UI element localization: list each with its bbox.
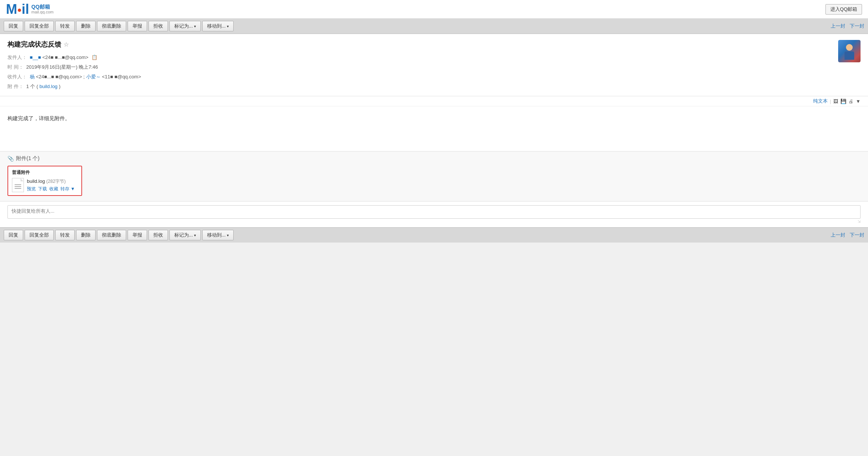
view-icon-save[interactable]: 🖼 bbox=[833, 99, 838, 104]
view-sep: | bbox=[830, 99, 831, 104]
bottom-report-button[interactable]: 举报 bbox=[128, 230, 147, 240]
file-name: build.log bbox=[27, 178, 45, 184]
time-label: 时 间： bbox=[7, 64, 24, 70]
file-line-1 bbox=[15, 184, 21, 185]
email-container: 构建完成状态反馈 ☆ 发件人： ■__■ <24■ ■...■@qq.com> … bbox=[0, 34, 868, 227]
bottom-reply-button[interactable]: 回复 bbox=[4, 230, 23, 240]
time-value: 2019年9月16日(星期一) 晚上7:46 bbox=[26, 64, 98, 70]
bottom-reply-all-button[interactable]: 回复全部 bbox=[25, 230, 54, 240]
email-view-controls: 纯文本 | 🖼 💾 🖨 ▼ bbox=[0, 96, 868, 106]
bottom-next-link[interactable]: 下一封 bbox=[850, 232, 864, 238]
sender-icon[interactable]: 📋 bbox=[91, 54, 97, 60]
email-body-text: 构建完成了，详细见附件。 bbox=[7, 114, 861, 123]
sender-row: 发件人： ■__■ <24■ ■...■@qq.com> 📋 bbox=[7, 53, 831, 62]
logo-icon: M ● il bbox=[6, 1, 29, 17]
bottom-toolbar-right: 上一封 下一封 bbox=[831, 232, 864, 238]
paperclip-icon: 📎 bbox=[7, 156, 14, 162]
attachment-ref-row: 附 件： 1 个 ( build.log ) bbox=[7, 82, 831, 91]
bottom-forward-button[interactable]: 转发 bbox=[55, 230, 75, 240]
bottom-delete-button[interactable]: 删除 bbox=[76, 230, 96, 240]
view-dropdown-arrow-icon[interactable]: ▼ bbox=[856, 99, 861, 104]
bottom-prev-link[interactable]: 上一封 bbox=[831, 232, 845, 238]
attachment-box: 普通附件 build.log (282字节) 预览 bbox=[7, 166, 82, 196]
time-row: 时 间： 2019年9月16日(星期一) 晚上7:46 bbox=[7, 62, 831, 72]
logo-subtitle: QQ邮箱 mail.qq.com bbox=[31, 4, 53, 14]
next-email-link[interactable]: 下一封 bbox=[850, 23, 864, 29]
bottom-toolbar: 回复 回复全部 转发 删除 彻底删除 举报 拒收 标记为... ▾ 移动到...… bbox=[0, 227, 868, 243]
bottom-move-to-button[interactable]: 移动到... ▾ bbox=[202, 230, 234, 240]
reply-all-button[interactable]: 回复全部 bbox=[25, 21, 54, 31]
forward-button[interactable]: 转发 bbox=[55, 21, 75, 31]
email-header-left: 构建完成状态反馈 ☆ 发件人： ■__■ <24■ ■...■@qq.com> … bbox=[7, 40, 831, 91]
prev-email-link[interactable]: 上一封 bbox=[831, 23, 845, 29]
recipient2-name[interactable]: 小爱～ bbox=[86, 74, 101, 79]
bottom-mark-as-button[interactable]: 标记为... ▾ bbox=[169, 230, 201, 240]
file-info: build.log (282字节) 预览 下载 收藏 转存 ▼ bbox=[27, 178, 78, 192]
attachment-section-title: 附件(1 个) bbox=[16, 155, 40, 162]
attachment-suffix: ) bbox=[59, 84, 60, 89]
preview-link[interactable]: 预览 bbox=[27, 186, 36, 192]
sender-name[interactable]: ■__■ bbox=[30, 54, 41, 60]
bottom-toolbar-left: 回复 回复全部 转发 删除 彻底删除 举报 拒收 标记为... ▾ 移动到...… bbox=[4, 230, 234, 240]
sender-avatar bbox=[838, 40, 861, 62]
avatar-image bbox=[838, 40, 861, 62]
resize-handle[interactable]: ⇲ bbox=[7, 220, 861, 224]
logo-qq-text: QQ邮箱 bbox=[31, 4, 53, 10]
report-button[interactable]: 举报 bbox=[128, 21, 147, 31]
quick-reply-area: ⇲ bbox=[0, 201, 868, 227]
logo-area: M ● il QQ邮箱 mail.qq.com bbox=[6, 1, 53, 17]
recipient-sep: ; bbox=[83, 74, 86, 79]
attachment-ref-label: 附 件： bbox=[7, 84, 24, 89]
quick-reply-input[interactable] bbox=[7, 205, 861, 219]
mark-as-button[interactable]: 标记为... ▾ bbox=[169, 21, 201, 31]
enter-qq-button[interactable]: 进入QQ邮箱 bbox=[825, 4, 862, 15]
subject-text: 构建完成状态反馈 bbox=[7, 40, 61, 49]
file-icon-lines bbox=[15, 181, 21, 189]
plaintext-view-link[interactable]: 纯文本 bbox=[813, 98, 828, 104]
sender-email: <24■ ■...■@qq.com> bbox=[42, 54, 88, 60]
file-size: (282字节) bbox=[46, 179, 66, 184]
reply-button[interactable]: 回复 bbox=[4, 21, 23, 31]
file-actions: 预览 下载 收藏 转存 ▼ bbox=[27, 186, 78, 192]
move-to-button[interactable]: 移动到... ▾ bbox=[202, 21, 234, 31]
avatar-person bbox=[842, 42, 857, 62]
reject-button[interactable]: 拒收 bbox=[149, 21, 168, 31]
header: M ● il QQ邮箱 mail.qq.com 进入QQ邮箱 bbox=[0, 0, 868, 19]
recipient1-name[interactable]: 杨 bbox=[30, 74, 35, 79]
toolbar-actions-left: 回复 回复全部 转发 删除 彻底删除 举报 拒收 标记为... ▾ 移动到...… bbox=[4, 21, 234, 31]
attachment-ref-link[interactable]: build.log bbox=[40, 84, 57, 89]
attachment-count-text: 1 个 ( bbox=[26, 84, 38, 89]
move-to-arrow-icon: ▾ bbox=[227, 24, 229, 28]
email-header: 构建完成状态反馈 ☆ 发件人： ■__■ <24■ ■...■@qq.com> … bbox=[0, 34, 868, 96]
bottom-move-to-arrow-icon: ▾ bbox=[227, 233, 229, 237]
attachment-type-label: 普通附件 bbox=[12, 169, 78, 176]
toolbar-nav-right: 上一封 下一封 bbox=[831, 23, 864, 29]
file-name-size: build.log (282字节) bbox=[27, 178, 78, 185]
save-arrow-icon: ▼ bbox=[71, 186, 75, 191]
mark-as-arrow-icon: ▾ bbox=[194, 24, 196, 28]
collect-link[interactable]: 收藏 bbox=[49, 186, 58, 192]
recipient-label: 收件人： bbox=[7, 74, 27, 79]
download-link[interactable]: 下载 bbox=[38, 186, 47, 192]
file-line-2 bbox=[15, 186, 21, 187]
logo-il-letter: il bbox=[22, 1, 29, 17]
view-icon-print[interactable]: 💾 bbox=[840, 99, 846, 104]
logo-circle: ● bbox=[17, 6, 22, 14]
avatar-body bbox=[844, 51, 854, 60]
recipient1-email: <24■...■ ■@qq.com> bbox=[36, 74, 82, 79]
star-icon[interactable]: ☆ bbox=[63, 41, 69, 48]
attachment-section: 📎 附件(1 个) 普通附件 build.log (282字节) bbox=[0, 151, 868, 201]
sender-label: 发件人： bbox=[7, 54, 27, 60]
bottom-mark-as-arrow-icon: ▾ bbox=[194, 233, 196, 237]
save-link[interactable]: 转存 ▼ bbox=[60, 186, 75, 192]
delete-button[interactable]: 删除 bbox=[76, 21, 96, 31]
view-icon-more[interactable]: 🖨 bbox=[849, 99, 853, 104]
attachment-file: build.log (282字节) 预览 下载 收藏 转存 ▼ bbox=[12, 178, 78, 192]
bottom-delete-perm-button[interactable]: 彻底删除 bbox=[97, 230, 126, 240]
bottom-reject-button[interactable]: 拒收 bbox=[149, 230, 168, 240]
file-icon bbox=[12, 178, 24, 192]
attachment-section-header: 📎 附件(1 个) bbox=[7, 155, 861, 162]
email-meta: 发件人： ■__■ <24■ ■...■@qq.com> 📋 时 间： 2019… bbox=[7, 53, 831, 91]
recipient-row: 收件人： 杨 <24■...■ ■@qq.com> ; 小爱～ <11■ ■@q… bbox=[7, 72, 831, 82]
delete-perm-button[interactable]: 彻底删除 bbox=[97, 21, 126, 31]
